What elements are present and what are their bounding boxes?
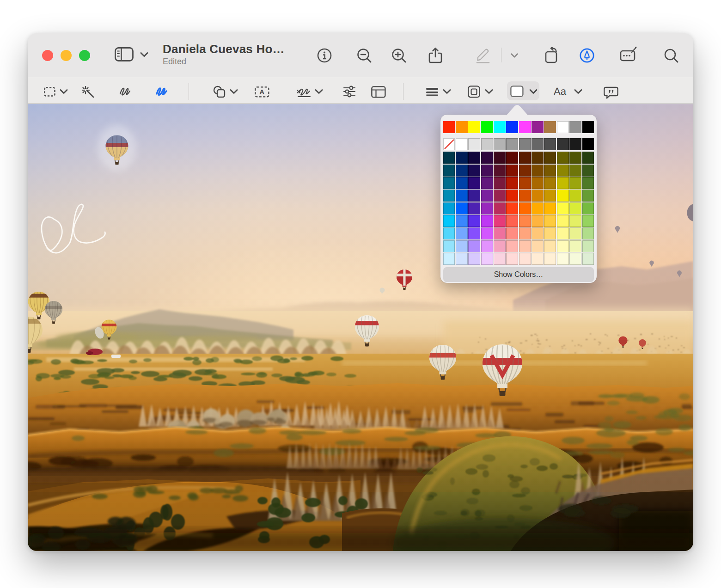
svg-text:Aa: Aa (554, 86, 567, 97)
svg-text:A: A (259, 88, 264, 96)
